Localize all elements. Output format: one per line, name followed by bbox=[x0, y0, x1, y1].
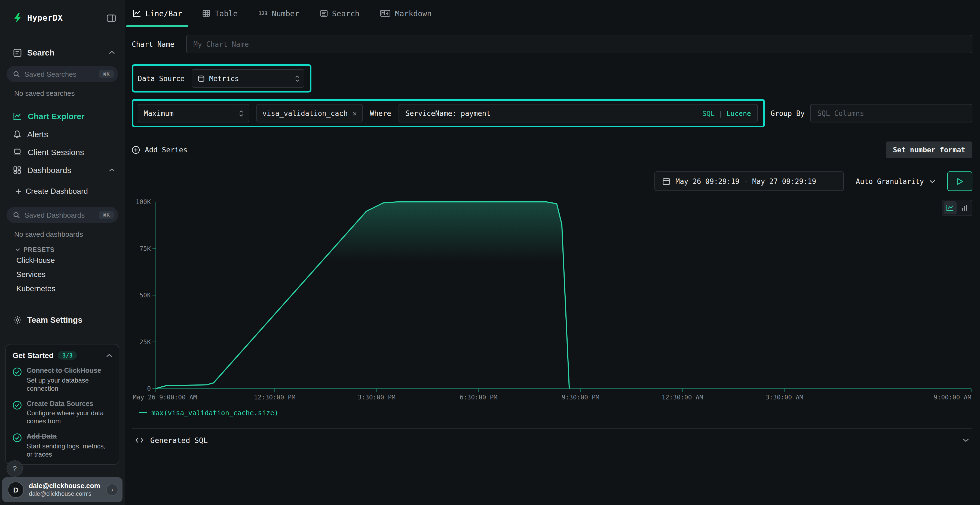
sidebar-item-preset-services[interactable]: Services bbox=[0, 267, 125, 281]
annotation-highlight-data-source: Data Source Metrics bbox=[132, 64, 312, 92]
legend-series-label: max(visa_validation_cache.size) bbox=[151, 408, 278, 416]
saved-searches-search[interactable]: ⌘K bbox=[6, 66, 118, 82]
tab-search[interactable]: Search bbox=[313, 0, 366, 27]
presets-label: PRESETS bbox=[24, 246, 54, 253]
date-range-value: May 26 09:29:19 - May 27 09:29:19 bbox=[676, 177, 816, 185]
sidebar-item-preset-kubernetes[interactable]: Kubernetes bbox=[0, 281, 125, 295]
plus-circle-icon bbox=[132, 146, 140, 154]
tab-table[interactable]: Table bbox=[196, 0, 244, 27]
number-123-icon: 123 bbox=[258, 10, 267, 16]
set-number-format-button[interactable]: Set number format bbox=[886, 141, 972, 158]
aggregation-value: Maximum bbox=[144, 109, 239, 117]
metrics-source-icon bbox=[197, 75, 205, 82]
where-label: Where bbox=[370, 109, 391, 117]
screenshot-stage: HyperDX Search ⌘K bbox=[0, 0, 980, 505]
metric-chip[interactable]: visa_validation_cach ✕ bbox=[256, 104, 363, 122]
group-by-label: Group By bbox=[771, 109, 805, 117]
date-range-picker[interactable]: May 26 09:29:19 - May 27 09:29:19 bbox=[654, 172, 844, 191]
sidebar-item-team-settings[interactable]: Team Settings bbox=[0, 315, 125, 324]
profile-expand-button[interactable]: › bbox=[106, 484, 118, 496]
profile-bar[interactable]: D dale@clickhouse.com dale@clickhouse.co… bbox=[2, 477, 123, 502]
metric-line-chart[interactable]: 025K50K75K100KMay 26 9:00:00 AM12:30:00 … bbox=[132, 193, 972, 407]
data-source-label: Data Source bbox=[138, 74, 185, 83]
shortcut-badge: ⌘K bbox=[99, 211, 114, 219]
get-started-header[interactable]: Get Started 3/3 bbox=[13, 351, 112, 360]
sidebar-item-chart-explorer[interactable]: Chart Explorer bbox=[0, 107, 125, 125]
shortcut-badge: ⌘K bbox=[99, 70, 114, 78]
create-dashboard-button[interactable]: Create Dashboard bbox=[0, 184, 125, 198]
tab-label: Table bbox=[215, 9, 238, 18]
app-title: HyperDX bbox=[27, 13, 63, 23]
chart-display-toggle bbox=[942, 200, 972, 216]
run-query-button[interactable] bbox=[947, 172, 972, 191]
data-source-select[interactable]: Metrics bbox=[192, 69, 304, 87]
sidebar-item-dashboards[interactable]: Dashboards bbox=[0, 161, 125, 179]
tab-label: Number bbox=[272, 9, 299, 18]
nav-label: Dashboards bbox=[27, 165, 103, 175]
sidebar-item-preset-clickhouse[interactable]: ClickHouse bbox=[0, 253, 125, 267]
table-icon bbox=[203, 10, 210, 17]
svg-text:100K: 100K bbox=[136, 199, 151, 205]
sidebar-item-alerts[interactable]: Alerts bbox=[0, 125, 125, 143]
search-section-header[interactable]: Search bbox=[0, 48, 125, 57]
tab-label: Markdown bbox=[395, 9, 432, 18]
where-input[interactable] bbox=[405, 109, 697, 117]
data-source-value: Metrics bbox=[209, 74, 291, 83]
search-tab-icon bbox=[320, 10, 328, 17]
get-started-item[interactable]: Create Data Sources Configure where your… bbox=[13, 400, 112, 426]
nav-label: Chart Explorer bbox=[28, 111, 115, 121]
chart-canvas: 025K50K75K100KMay 26 9:00:00 AM12:30:00 … bbox=[132, 193, 972, 407]
lucene-toggle[interactable]: Lucene bbox=[726, 109, 751, 117]
sidebar-nav: Chart Explorer Alerts Client Sessions bbox=[0, 107, 125, 179]
line-chart-toggle-button[interactable] bbox=[943, 201, 956, 214]
svg-text:12:30:00 AM: 12:30:00 AM bbox=[662, 394, 703, 401]
granularity-select[interactable]: Auto Granularity bbox=[851, 172, 940, 191]
saved-dashboards-input[interactable] bbox=[24, 211, 95, 219]
svg-text:50K: 50K bbox=[139, 292, 151, 299]
play-icon bbox=[956, 178, 963, 185]
get-started-progress-badge: 3/3 bbox=[58, 351, 77, 360]
team-settings-label: Team Settings bbox=[27, 315, 115, 324]
chart-name-input[interactable] bbox=[194, 40, 965, 48]
nav-label: Alerts bbox=[27, 130, 115, 139]
chart-explorer-icon bbox=[13, 112, 22, 120]
main-panel: Line/Bar Table 123 Number bbox=[125, 0, 980, 505]
search-icon bbox=[13, 70, 20, 78]
saved-searches-input[interactable] bbox=[24, 70, 95, 78]
profile-detail: dale@clickhouse.com's bbox=[29, 490, 100, 497]
select-chevrons-icon bbox=[295, 75, 299, 82]
generated-sql-label: Generated SQL bbox=[150, 436, 956, 445]
tab-line-bar[interactable]: Line/Bar bbox=[126, 0, 189, 27]
create-dashboard-label: Create Dashboard bbox=[25, 187, 88, 195]
where-field: SQL | Lucene bbox=[398, 104, 758, 122]
svg-text:12:30:00 PM: 12:30:00 PM bbox=[254, 394, 295, 401]
get-started-item[interactable]: Add Data Start sending logs, metrics, or… bbox=[13, 433, 112, 459]
sidebar-collapse-icon[interactable] bbox=[107, 14, 116, 22]
generated-sql-toggle[interactable]: Generated SQL bbox=[132, 428, 972, 452]
chart-builder: Chart Name Data Source Metrics bbox=[125, 35, 980, 452]
line-bar-icon bbox=[133, 10, 141, 17]
svg-text:9:00:00 AM: 9:00:00 AM bbox=[934, 394, 971, 401]
remove-metric-icon[interactable]: ✕ bbox=[353, 109, 357, 117]
chart-type-tabbar: Line/Bar Table 123 Number bbox=[125, 0, 980, 27]
granularity-value: Auto Granularity bbox=[856, 177, 924, 185]
svg-text:3:30:00 PM: 3:30:00 PM bbox=[358, 394, 395, 401]
aggregation-select[interactable]: Maximum bbox=[138, 104, 249, 122]
get-started-item[interactable]: Connect to ClickHouse Set up your databa… bbox=[13, 367, 112, 392]
check-circle-icon bbox=[13, 400, 22, 426]
chevron-down-icon bbox=[15, 248, 20, 251]
chevron-up-icon bbox=[109, 51, 115, 54]
code-icon bbox=[135, 437, 144, 444]
svg-text:3:30:00 AM: 3:30:00 AM bbox=[765, 394, 803, 401]
preset-label: Services bbox=[16, 270, 45, 279]
help-button[interactable]: ? bbox=[6, 461, 23, 477]
saved-dashboards-search[interactable]: ⌘K bbox=[6, 207, 118, 223]
sql-toggle[interactable]: SQL bbox=[702, 109, 714, 117]
tab-number[interactable]: 123 Number bbox=[252, 0, 306, 27]
presets-header[interactable]: PRESETS bbox=[0, 246, 125, 253]
group-by-input[interactable] bbox=[817, 109, 965, 117]
bar-chart-toggle-button[interactable] bbox=[958, 201, 971, 214]
tab-markdown[interactable]: Markdown bbox=[374, 0, 438, 27]
add-series-button[interactable]: Add Series bbox=[132, 146, 188, 154]
sidebar-item-client-sessions[interactable]: Client Sessions bbox=[0, 143, 125, 161]
